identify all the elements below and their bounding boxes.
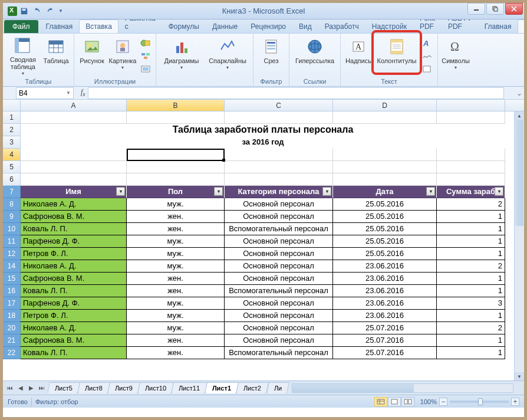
table-header-cell[interactable]: Имя▾ bbox=[21, 186, 127, 198]
cell[interactable]: 1 bbox=[437, 285, 505, 297]
column-header[interactable]: A bbox=[21, 100, 127, 111]
zoom-level[interactable]: 100% bbox=[420, 398, 437, 405]
table-header-cell[interactable]: Категория персонала▾ bbox=[225, 186, 333, 198]
cell[interactable]: Основной персонал bbox=[225, 297, 333, 310]
filter-button[interactable]: ▾ bbox=[116, 187, 125, 196]
cell[interactable]: Николаев А. Д. bbox=[21, 322, 127, 334]
cell[interactable]: 1 bbox=[437, 334, 505, 347]
cell[interactable]: Парфенов Д. Ф. bbox=[21, 235, 127, 248]
formula-bar[interactable] bbox=[88, 87, 504, 99]
cell[interactable] bbox=[127, 111, 225, 124]
close-button[interactable] bbox=[505, 3, 523, 15]
cell[interactable]: муж. bbox=[127, 198, 225, 211]
ribbon-tab-формулы[interactable]: Формулы bbox=[162, 19, 206, 33]
row-header[interactable]: 8 bbox=[3, 198, 21, 211]
maximize-button[interactable] bbox=[486, 3, 504, 15]
cell[interactable]: Сафронова В. М. bbox=[21, 211, 127, 223]
scroll-up-icon[interactable]: ▲ bbox=[515, 111, 524, 120]
row-header[interactable]: 22 bbox=[3, 347, 21, 359]
normal-view-button[interactable] bbox=[374, 397, 387, 406]
header-footer-button[interactable]: Колонтитулы bbox=[375, 35, 419, 75]
ribbon-tab[interactable]: Главная bbox=[478, 19, 518, 33]
row-header[interactable]: 15 bbox=[3, 273, 21, 285]
name-box[interactable]: B4 ▼ bbox=[16, 87, 74, 99]
ribbon-tab-главная[interactable]: Главная bbox=[39, 19, 80, 33]
slicer-button[interactable]: Срез bbox=[257, 35, 285, 75]
cell[interactable]: Коваль Л. П. bbox=[21, 347, 127, 359]
row-header[interactable]: 21 bbox=[3, 334, 21, 347]
filter-button[interactable]: ▾ bbox=[426, 187, 435, 196]
cell[interactable] bbox=[437, 173, 505, 186]
cell[interactable]: 25.05.2016 bbox=[333, 198, 437, 211]
sheet-tab[interactable]: Ли bbox=[266, 382, 289, 393]
ribbon-tab-данные[interactable]: Данные bbox=[206, 19, 244, 33]
cell[interactable]: Сафронова В. М. bbox=[21, 273, 127, 285]
cell[interactable]: Основной персонал bbox=[225, 198, 333, 211]
name-box-dropdown-icon[interactable]: ▼ bbox=[66, 90, 71, 96]
cell[interactable]: жен. bbox=[127, 273, 225, 285]
cell[interactable]: муж. bbox=[127, 310, 225, 322]
ribbon-tab[interactable]: Вставка bbox=[518, 19, 527, 33]
sheet-tab[interactable]: Лист5 bbox=[47, 382, 80, 393]
filter-button[interactable]: ▾ bbox=[495, 187, 503, 196]
cell[interactable]: Петров Ф. Л. bbox=[21, 310, 127, 322]
minimize-button[interactable] bbox=[467, 3, 485, 15]
cell[interactable] bbox=[127, 161, 225, 173]
cell[interactable]: Коваль Л. П. bbox=[21, 285, 127, 297]
column-header[interactable]: D bbox=[333, 100, 437, 111]
cell[interactable]: 1 bbox=[437, 223, 505, 235]
row-header[interactable]: 4 bbox=[3, 149, 21, 161]
zoom-thumb[interactable] bbox=[478, 398, 483, 405]
row-header[interactable]: 16 bbox=[3, 285, 21, 297]
cell[interactable] bbox=[127, 149, 225, 161]
cell[interactable]: Основной персонал bbox=[225, 260, 333, 273]
cell[interactable]: жен. bbox=[127, 285, 225, 297]
cell[interactable]: 1 bbox=[437, 347, 505, 359]
cell[interactable]: муж. bbox=[127, 297, 225, 310]
row-header[interactable]: 6 bbox=[3, 173, 21, 186]
cell[interactable] bbox=[333, 149, 437, 161]
cell[interactable]: за 2016 год bbox=[21, 136, 505, 149]
cell[interactable] bbox=[225, 173, 333, 186]
cell[interactable]: Основной персонал bbox=[225, 273, 333, 285]
cell[interactable]: 2 bbox=[437, 198, 505, 211]
cell[interactable]: Сафронова В. М. bbox=[21, 334, 127, 347]
cell[interactable]: 25.07.2016 bbox=[333, 322, 437, 334]
first-sheet-icon[interactable]: ⏮ bbox=[5, 383, 15, 393]
file-tab[interactable]: Файл bbox=[4, 20, 38, 33]
cell[interactable]: 25.05.2016 bbox=[333, 223, 437, 235]
cell[interactable] bbox=[127, 173, 225, 186]
row-header[interactable]: 20 bbox=[3, 322, 21, 334]
cell[interactable]: 25.05.2016 bbox=[333, 211, 437, 223]
redo-icon[interactable] bbox=[44, 5, 56, 17]
row-header[interactable]: 10 bbox=[3, 223, 21, 235]
cell[interactable]: Основной персонал bbox=[225, 235, 333, 248]
cell[interactable] bbox=[21, 149, 127, 161]
cell[interactable]: Николаев А. Д. bbox=[21, 260, 127, 273]
sparklines-button[interactable]: Спарклайны ▾ bbox=[206, 35, 249, 75]
cell[interactable]: 23.06.2016 bbox=[333, 260, 437, 273]
row-header[interactable]: 7 bbox=[3, 186, 21, 198]
cell[interactable]: Вспомогательный персонал bbox=[225, 223, 333, 235]
picture-button[interactable]: Рисунок bbox=[78, 35, 106, 75]
cell[interactable]: 2 bbox=[437, 322, 505, 334]
row-header[interactable]: 1 bbox=[3, 111, 21, 124]
row-header[interactable]: 18 bbox=[3, 310, 21, 322]
cell[interactable] bbox=[437, 111, 505, 124]
cell[interactable] bbox=[437, 161, 505, 173]
cell[interactable]: 2 bbox=[437, 260, 505, 273]
shapes-button[interactable] bbox=[139, 37, 152, 49]
column-header[interactable]: B bbox=[127, 100, 225, 111]
sheet-tab[interactable]: Лист10 bbox=[137, 382, 174, 393]
zoom-out-button[interactable]: − bbox=[439, 398, 447, 406]
table-header-cell[interactable]: Пол▾ bbox=[127, 186, 225, 198]
pivot-table-button[interactable]: Сводная таблица ▾ bbox=[6, 35, 39, 75]
column-header[interactable]: C bbox=[225, 100, 333, 111]
cell[interactable] bbox=[333, 111, 437, 124]
cell[interactable]: муж. bbox=[127, 260, 225, 273]
cell[interactable]: Парфенов Д. Ф. bbox=[21, 297, 127, 310]
sheet-tab[interactable]: Лист8 bbox=[77, 382, 110, 393]
cell[interactable]: жен. bbox=[127, 211, 225, 223]
table-header-cell[interactable]: Сумма зараб▾ bbox=[437, 186, 505, 198]
cell[interactable]: Николаев А. Д. bbox=[21, 198, 127, 211]
